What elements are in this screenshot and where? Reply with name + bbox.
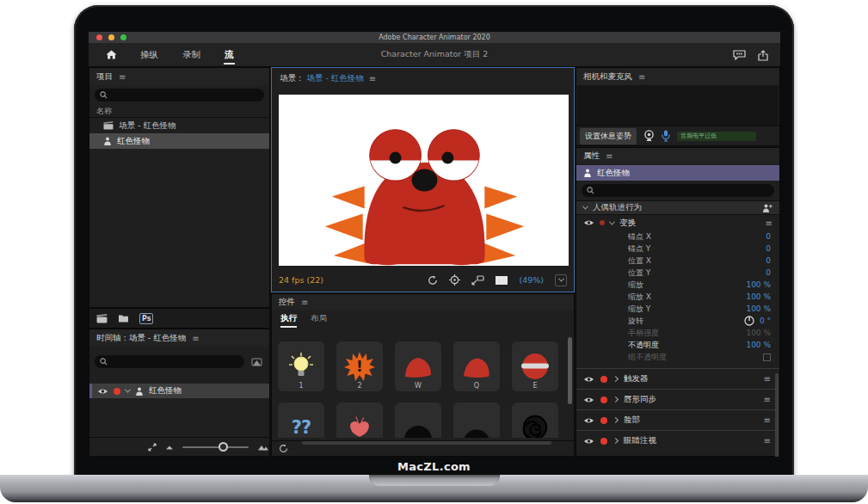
trigger-tile-dome-q[interactable]: Q xyxy=(453,341,500,391)
trigger-tile-lightbulb[interactable]: 1 xyxy=(278,341,324,391)
eye-icon[interactable] xyxy=(583,219,594,226)
project-name-column-header[interactable]: 名称 xyxy=(89,105,269,118)
transform-menu-icon[interactable]: ≡ xyxy=(766,218,773,228)
microphone-icon[interactable] xyxy=(662,130,670,142)
properties-scrollbar[interactable] xyxy=(775,373,779,457)
refresh-scene-icon[interactable] xyxy=(428,275,438,286)
add-behavior-icon[interactable] xyxy=(762,204,773,212)
timeline-zoom-slider[interactable] xyxy=(182,446,249,448)
behavior-row-triggers[interactable]: 触发器 ≡ xyxy=(576,368,779,389)
trigger-tile-apple[interactable] xyxy=(336,403,383,438)
property-row[interactable]: 位置 X 0 xyxy=(576,255,779,267)
home-button[interactable] xyxy=(106,50,117,59)
behavior-menu-icon[interactable]: ≡ xyxy=(764,395,771,404)
arm-record-dot[interactable] xyxy=(600,396,607,403)
rotation-dial-icon[interactable] xyxy=(744,316,754,326)
property-row[interactable]: 不透明度 100 % xyxy=(576,339,779,351)
behavior-row-eye-gaze[interactable]: 眼睛注视 ≡ xyxy=(576,430,779,451)
property-value[interactable]: 100 % xyxy=(746,341,771,349)
property-value[interactable]: 100 % xyxy=(746,280,771,289)
set-rest-pose-button[interactable]: 设置休息姿势 xyxy=(580,128,637,144)
photoshop-icon[interactable]: Ps xyxy=(139,313,153,324)
property-row[interactable]: 缩放 Y 100 % xyxy=(576,303,779,315)
eye-icon[interactable] xyxy=(583,438,594,445)
selected-puppet-row[interactable]: 红色怪物 xyxy=(576,165,779,181)
camera-panel-menu-icon[interactable]: ≡ xyxy=(638,72,645,82)
behavior-row-lip-sync[interactable]: 唇形同步 ≡ xyxy=(576,389,779,409)
eye-icon[interactable] xyxy=(583,417,594,424)
scene-dock-icon[interactable] xyxy=(96,314,108,323)
behavior-menu-icon[interactable]: ≡ xyxy=(764,374,771,384)
export-share-icon[interactable] xyxy=(758,50,768,61)
track-visible-eye-icon[interactable] xyxy=(97,388,108,395)
scene-zoom-level[interactable]: (49%) xyxy=(519,275,544,285)
feedback-chat-icon[interactable] xyxy=(733,50,746,60)
camera-reset-icon[interactable] xyxy=(449,274,460,286)
property-value[interactable]: 0 xyxy=(766,268,771,277)
controls-tab-layout[interactable]: 布局 xyxy=(311,313,327,328)
timeline-zoom-slider-knob[interactable] xyxy=(219,442,228,452)
property-row[interactable]: 缩放 X 100 % xyxy=(576,291,779,303)
scene-canvas[interactable] xyxy=(279,95,569,266)
property-row-rotation[interactable]: 旋转 0 ° xyxy=(576,315,779,327)
arm-record-dot[interactable] xyxy=(600,376,607,383)
property-value[interactable]: 0 xyxy=(766,244,771,253)
folder-icon[interactable] xyxy=(118,314,129,323)
timeline-track-row[interactable]: 红色怪物 xyxy=(89,384,269,398)
arm-record-dot[interactable] xyxy=(600,438,607,445)
timeline-search-input[interactable] xyxy=(95,355,244,368)
scene-panel-menu-icon[interactable]: ≡ xyxy=(369,74,376,83)
trigger-tile-black-dome-1[interactable] xyxy=(395,403,441,438)
zoom-dropdown-button[interactable] xyxy=(555,274,567,286)
eye-icon[interactable] xyxy=(583,396,594,403)
chevron-right-icon[interactable] xyxy=(613,438,619,444)
project-search-input[interactable] xyxy=(95,89,264,101)
property-row[interactable]: 手柄强度 100 % xyxy=(576,327,779,339)
trigger-tile-spiral[interactable] xyxy=(512,403,558,438)
controls-vertical-scrollbar[interactable] xyxy=(568,337,572,404)
project-panel-menu-icon[interactable]: ≡ xyxy=(119,72,126,82)
property-row[interactable]: 位置 Y 0 xyxy=(576,267,779,279)
project-item-scene[interactable]: 场景 - 红色怪物 xyxy=(89,118,269,133)
trigger-tile-circle-stripe[interactable]: E xyxy=(512,341,558,391)
behavior-menu-icon[interactable]: ≡ xyxy=(764,436,771,446)
scene-title-name[interactable]: 场景 - 红色怪物 xyxy=(306,73,363,84)
chevron-right-icon[interactable] xyxy=(613,396,619,403)
timeline-panel-menu-icon[interactable]: ≡ xyxy=(192,334,199,343)
chevron-right-icon[interactable] xyxy=(613,376,619,382)
fit-timeline-icon[interactable] xyxy=(148,443,157,452)
arm-record-dot[interactable] xyxy=(600,220,605,225)
timeline-takes-icon[interactable] xyxy=(251,358,262,366)
property-row-group-opacity[interactable]: 组不透明度 xyxy=(576,351,779,363)
property-row[interactable]: 锚点 Y 0 xyxy=(576,243,779,255)
zoom-in-mountain-icon[interactable] xyxy=(257,444,269,451)
track-expand-chevron-icon[interactable] xyxy=(125,387,131,393)
puppet-track-behaviors-group[interactable]: 人偶轨道行为 xyxy=(576,200,779,215)
properties-search-input[interactable] xyxy=(582,184,774,197)
tab-stream[interactable]: 流 xyxy=(224,44,235,65)
chevron-right-icon[interactable] xyxy=(613,417,619,423)
property-value[interactable]: 0 xyxy=(766,232,771,241)
behavior-row-face[interactable]: 脸部 ≡ xyxy=(576,409,779,430)
trigger-tile-dome-w[interactable]: W xyxy=(395,341,441,391)
refresh-controls-icon[interactable] xyxy=(279,444,288,453)
trigger-tile-question-marks[interactable]: ?? xyxy=(278,403,324,438)
property-value[interactable]: 0 ° xyxy=(760,317,771,325)
frame-preview-icon[interactable] xyxy=(496,276,508,285)
track-arm-record-dot[interactable] xyxy=(114,388,120,395)
webcam-icon[interactable] xyxy=(643,130,655,142)
behavior-menu-icon[interactable]: ≡ xyxy=(764,415,771,425)
chevron-down-icon[interactable] xyxy=(609,218,615,224)
group-opacity-checkbox[interactable] xyxy=(763,353,771,361)
project-item-puppet[interactable]: 红色怪物 xyxy=(89,133,269,149)
arm-record-dot[interactable] xyxy=(600,417,607,424)
zoom-out-mountain-icon[interactable] xyxy=(165,445,174,450)
controls-panel-menu-icon[interactable]: ≡ xyxy=(301,298,308,307)
property-row[interactable]: 锚点 X 0 xyxy=(576,230,779,243)
eye-icon[interactable] xyxy=(583,376,594,383)
properties-panel-menu-icon[interactable]: ≡ xyxy=(606,151,613,161)
transform-behavior-row[interactable]: 变换 ≡ xyxy=(576,215,779,230)
controls-tab-perform[interactable]: 执行 xyxy=(280,313,297,328)
snap-to-character-icon[interactable] xyxy=(471,275,484,286)
property-value[interactable]: 100 % xyxy=(746,292,771,301)
